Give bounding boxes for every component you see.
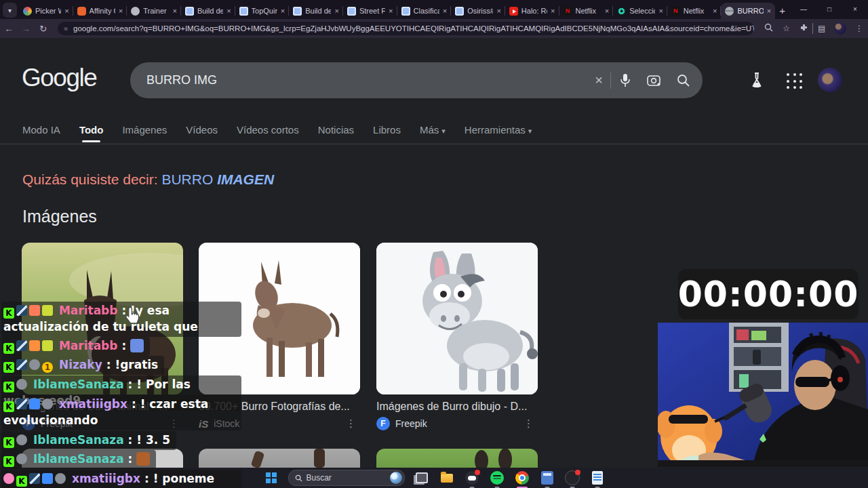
browser-tab-trainer-s[interactable]: Trainer S× — [127, 3, 181, 19]
results-nav-herramientas[interactable]: Herramientas▾ — [465, 124, 532, 142]
results-nav-im-genes[interactable]: Imágenes — [122, 124, 167, 142]
results-nav-v-deos[interactable]: Vídeos — [186, 124, 218, 142]
chat-username[interactable]: IblameSanaza — [29, 433, 124, 447]
chat-username[interactable]: xmatiiigbx — [55, 397, 127, 411]
result-menu-icon[interactable]: ⋮ — [524, 418, 534, 430]
labs-flask-icon[interactable] — [748, 71, 766, 92]
tab-close-icon[interactable]: × — [281, 7, 285, 15]
result-source[interactable]: F Freepik ⋮ — [376, 417, 538, 430]
performance-app-button[interactable] — [564, 470, 580, 486]
browser-tab-build-de[interactable]: Build de× — [181, 3, 235, 19]
chat-badge-k-icon: K — [3, 456, 14, 467]
chat-username[interactable]: xmatiiigbx — [68, 472, 140, 485]
clear-search-icon[interactable]: × — [595, 73, 603, 88]
browser-tab-osiriss-[interactable]: Osiriss#× — [451, 3, 505, 19]
browser-menu-icon[interactable]: ⋮ — [855, 24, 863, 33]
tab-close-icon[interactable]: × — [226, 7, 231, 15]
notification-dot — [575, 470, 580, 475]
close-button[interactable]: × — [842, 0, 868, 19]
calculator-button[interactable] — [539, 470, 555, 486]
blue-app-favicon — [185, 7, 194, 16]
browser-tab-seleccio[interactable]: Seleccio× — [613, 3, 667, 19]
extensions-icon[interactable] — [800, 24, 808, 34]
suggestion-query-corrected[interactable]: IMAGEN — [217, 171, 274, 187]
lens-search-icon[interactable] — [647, 74, 662, 87]
start-button[interactable] — [263, 470, 279, 486]
chat-username[interactable]: Maritabb — [55, 339, 117, 352]
side-panel-icon[interactable]: ▤ — [818, 24, 825, 33]
browser-tab-street-fi[interactable]: Street Fi× — [343, 3, 397, 19]
tab-close-icon[interactable]: × — [496, 7, 500, 15]
chat-message: K1 Nizaky : !gratis — [1, 356, 164, 375]
tab-close-icon[interactable]: × — [658, 7, 663, 15]
results-nav-noticias[interactable]: Noticias — [318, 124, 354, 142]
forward-button[interactable]: → — [18, 24, 35, 34]
grey-app-favicon — [131, 7, 140, 16]
tab-close-icon[interactable]: × — [334, 7, 338, 15]
discord-button[interactable] — [464, 470, 480, 486]
tab-close-icon[interactable]: × — [443, 7, 447, 15]
site-settings-icon[interactable]: ≈ — [64, 25, 68, 33]
chat-username[interactable]: Nizaky — [55, 358, 102, 371]
task-view-button[interactable] — [414, 470, 430, 486]
browser-tab-topquin[interactable]: TopQuin× — [235, 3, 290, 19]
image-result-donkey-cartoon[interactable] — [376, 243, 538, 394]
browser-tab-netflix[interactable]: NNetflix× — [667, 3, 722, 19]
results-nav-modo-ia[interactable]: Modo IA — [22, 124, 60, 142]
tab-close-icon[interactable]: × — [64, 7, 68, 15]
browser-tab-burro-i[interactable]: BURRO I× — [721, 3, 775, 19]
image-result-partial[interactable] — [199, 449, 360, 468]
google-apps-icon[interactable] — [785, 72, 806, 92]
tab-search-button[interactable]: ▾ — [3, 3, 17, 18]
chat-username[interactable]: IblameSanaza — [29, 452, 124, 466]
tab-close-icon[interactable]: × — [551, 7, 555, 15]
browser-tab-picker-w[interactable]: Picker W× — [19, 3, 73, 19]
suggestion-query[interactable]: BURRO — [161, 171, 213, 187]
result-title[interactable]: Imágenes de Burro dibujo - D... — [376, 401, 538, 413]
voice-search-icon[interactable] — [618, 73, 632, 88]
notepad-button[interactable] — [589, 470, 606, 486]
search-submit-icon[interactable] — [677, 74, 690, 87]
results-nav-v-deos-cortos[interactable]: Vídeos cortos — [237, 124, 299, 142]
zoom-icon[interactable] — [764, 23, 773, 34]
image-result-partial[interactable] — [376, 449, 538, 468]
tab-close-icon[interactable]: × — [389, 7, 393, 15]
address-bar[interactable]: ≈ google.com/search?q=BURRO+IMG&oq=BURRO… — [58, 22, 755, 35]
taskbar-search[interactable]: Buscar — [288, 470, 405, 486]
spotify-button[interactable] — [489, 470, 505, 486]
chat-username[interactable]: Maritabb — [55, 304, 117, 317]
tab-close-icon[interactable]: × — [605, 7, 609, 15]
browser-tab-build-de[interactable]: Build de× — [289, 3, 343, 19]
new-tab-button[interactable]: + — [779, 5, 785, 16]
tab-close-icon[interactable]: × — [119, 7, 123, 15]
chat-badge-coin-icon: 1 — [42, 362, 53, 373]
browser-tab-affinity-c[interactable]: Affinity C× — [73, 3, 127, 19]
chat-colon: : — [102, 358, 115, 371]
minimize-button[interactable]: — — [791, 0, 816, 19]
tab-close-icon[interactable]: × — [767, 7, 771, 15]
browser-tab-halo-re[interactable]: Halo: Re× — [505, 3, 559, 19]
maximize-button[interactable]: □ — [816, 0, 842, 19]
browser-tab-netflix[interactable]: NNetflix× — [559, 3, 614, 19]
youtube-favicon — [509, 7, 518, 16]
file-explorer-button[interactable] — [439, 470, 455, 486]
search-box[interactable]: BURRO IMG × — [130, 62, 703, 98]
tab-close-icon[interactable]: × — [172, 7, 176, 15]
results-nav-libros[interactable]: Libros — [373, 124, 401, 142]
reload-button[interactable]: ↻ — [35, 24, 52, 34]
bookmark-star-icon[interactable]: ☆ — [783, 24, 790, 33]
google-account-avatar[interactable] — [818, 68, 842, 92]
browser-toolbar: ← → ↻ ≈ google.com/search?q=BURRO+IMG&oq… — [0, 19, 868, 38]
search-query[interactable]: BURRO IMG — [146, 73, 587, 87]
chrome-button[interactable] — [514, 470, 530, 486]
results-nav-m-s[interactable]: Más▾ — [420, 124, 446, 142]
chat-badge-pickaxe-icon — [16, 340, 27, 351]
chat-username[interactable]: IblameSanaza — [29, 378, 124, 391]
browser-tab-clasifica[interactable]: Clasifica× — [397, 3, 452, 19]
result-menu-icon[interactable]: ⋮ — [346, 418, 356, 430]
browser-profile-avatar[interactable] — [834, 22, 846, 35]
results-nav-todo[interactable]: Todo — [79, 124, 104, 142]
tab-close-icon[interactable]: × — [713, 7, 717, 15]
back-button[interactable]: ← — [0, 24, 18, 34]
google-logo[interactable]: Google — [22, 64, 96, 92]
